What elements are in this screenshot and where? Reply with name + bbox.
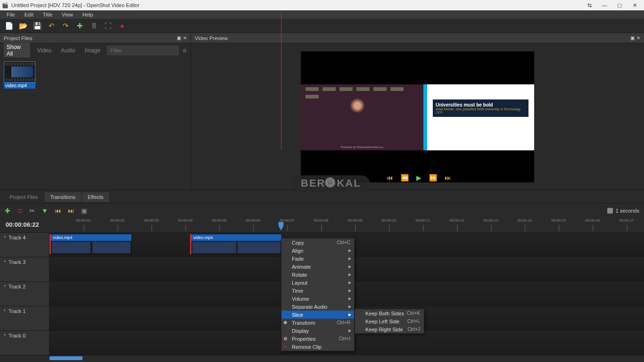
panel-close-icon[interactable]: ✕ (183, 35, 187, 41)
save-project-icon[interactable]: 💾 (33, 22, 41, 30)
expand-icon[interactable]: ▾ (4, 333, 6, 337)
expand-icon[interactable]: ▾ (4, 259, 6, 263)
new-project-icon[interactable]: 📄 (5, 22, 13, 30)
collapse-button[interactable]: ⇆ (582, 0, 597, 10)
ruler-tick: 00:00:08 (314, 218, 328, 222)
track-label: Track 3 (8, 259, 25, 265)
prev-marker-icon[interactable]: ⏮ (55, 207, 61, 214)
track-label: Track 4 (8, 235, 25, 240)
filter-show-all[interactable]: Show All (4, 43, 30, 58)
ctx-slice[interactable]: Slice▶ (281, 311, 354, 319)
tab-effects[interactable]: Effects (82, 192, 109, 202)
filter-image[interactable]: Image (82, 46, 103, 55)
playhead-icon[interactable] (279, 222, 284, 230)
ctx-align[interactable]: Align▶ (281, 247, 354, 255)
forward-icon[interactable]: ⏩ (429, 174, 437, 181)
snap-checkbox[interactable] (607, 208, 613, 214)
close-button[interactable]: ✕ (627, 0, 642, 10)
sub-keep-both[interactable]: Keep Both SidesCtrl+K (355, 309, 424, 317)
next-marker-icon[interactable]: ⏭ (68, 207, 74, 214)
snap-label: 1 seconds (616, 208, 639, 214)
menu-view[interactable]: View (57, 11, 78, 18)
menu-edit[interactable]: Edit (20, 11, 38, 18)
ctx-animate[interactable]: Animate▶ (281, 263, 354, 271)
ruler-tick: 00:00:09 (347, 218, 362, 222)
expand-icon[interactable]: ▾ (4, 284, 6, 288)
preview-panel-title: Video Preview (195, 35, 228, 41)
ctx-fade[interactable]: Fade▶ (281, 255, 354, 263)
timeline-ruler[interactable]: 00:00:06:22 00:00:0100:00:0200:00:0300:0… (0, 217, 644, 232)
undo-icon[interactable]: ↶ (47, 22, 56, 30)
menu-help[interactable]: Help (78, 11, 98, 18)
ruler-tick: 00:00:05 (212, 218, 226, 222)
jump-start-icon[interactable]: ⏮ (387, 174, 393, 181)
ctx-properties[interactable]: ⚙PropertiesCtrl+I (281, 335, 354, 343)
ruler-tick: 00:00:17 (619, 218, 634, 222)
media-item[interactable]: video.mp4 (4, 61, 35, 89)
tab-project-files[interactable]: Project Files (4, 192, 44, 202)
ctx-layout[interactable]: Layout▶ (281, 279, 354, 287)
slice-submenu: Keep Both SidesCtrl+K Keep Left SideCtrl… (355, 309, 424, 334)
ctx-transform[interactable]: ✥TransformCtrl+R (281, 319, 354, 327)
ctx-time[interactable]: Time▶ (281, 287, 354, 295)
ruler-tick: 00:00:11 (415, 218, 430, 222)
tab-transitions[interactable]: Transitions (45, 192, 81, 202)
ruler-tick: 00:00:06 (246, 218, 260, 222)
timeline-scrollbar[interactable] (0, 355, 644, 362)
ruler-tick: 00:00:02 (110, 218, 124, 222)
timeline-clip[interactable]: video.mp4 (50, 234, 132, 255)
sub-keep-left[interactable]: Keep Left SideCtrl+L (355, 317, 424, 325)
undock-icon[interactable]: ▣ (177, 35, 181, 41)
clip-label: video.mp4 (51, 234, 132, 241)
ruler-tick: 00:00:10 (381, 218, 396, 222)
expand-icon[interactable]: ▾ (4, 308, 6, 313)
ruler-tick: 00:00:04 (178, 218, 192, 222)
media-label: video.mp4 (4, 82, 35, 89)
ctx-remove-clip[interactable]: ━Remove Clip (281, 343, 354, 351)
razor-icon[interactable]: ✂ (29, 207, 35, 214)
window-titlebar: 🎬 Untitled Project [HDV 720 24p] - OpenS… (0, 0, 644, 10)
redo-icon[interactable]: ↷ (61, 22, 70, 30)
menu-file[interactable]: File (2, 11, 20, 18)
track-label: Track 0 (8, 333, 25, 338)
minimize-button[interactable]: — (597, 0, 612, 10)
filter-video[interactable]: Video (34, 46, 54, 55)
play-icon[interactable]: ▶ (416, 174, 421, 181)
clear-filter-icon[interactable]: ⊘ (182, 48, 187, 54)
jump-end-icon[interactable]: ⏭ (445, 174, 451, 181)
main-toolbar: 📄 📂 💾 ↶ ↷ ✚ 🎚 ⛶ ● (0, 19, 644, 33)
center-playhead-icon[interactable]: ▣ (81, 207, 87, 214)
profile-icon[interactable]: 🎚 (90, 22, 98, 30)
ctx-separate-audio[interactable]: Separate Audio▶ (281, 303, 354, 311)
maximize-button[interactable]: ▢ (612, 0, 627, 10)
timeline-toolbar: ✚ ⊃ ✂ ▼ ⏮ ⏭ ▣ 1 seconds (0, 203, 644, 217)
import-icon[interactable]: ✚ (75, 22, 84, 30)
sub-keep-right[interactable]: Keep Right SideCtrl+J (355, 325, 424, 333)
ctx-rotate[interactable]: Rotate▶ (281, 271, 354, 279)
panel-close-icon[interactable]: ✕ (636, 35, 640, 41)
menu-title[interactable]: Title (38, 11, 57, 18)
remove-icon: ━ (283, 344, 286, 349)
video-preview[interactable]: Powered by Presentations2Go.eu Universit… (301, 51, 534, 182)
fullscreen-icon[interactable]: ⛶ (104, 22, 112, 30)
snap-icon[interactable]: ⊃ (17, 207, 23, 214)
open-project-icon[interactable]: 📂 (19, 22, 27, 30)
ctx-display[interactable]: Display▶ (281, 327, 354, 335)
scrollbar-thumb[interactable] (50, 356, 83, 360)
slide-org: OER (436, 111, 526, 114)
ctx-copy[interactable]: CopyCtrl+C (281, 239, 354, 247)
export-icon[interactable]: ● (118, 22, 126, 30)
rewind-icon[interactable]: ⏪ (401, 174, 409, 181)
ctx-volume[interactable]: Volume▶ (281, 295, 354, 303)
expand-icon[interactable]: ▾ (4, 235, 6, 239)
timeline-clip[interactable]: video.mp4 (190, 234, 282, 255)
filter-audio[interactable]: Audio (58, 46, 78, 55)
app-icon: 🎬 (2, 2, 8, 8)
add-track-icon[interactable]: ✚ (5, 207, 10, 214)
undock-icon[interactable]: ▣ (630, 35, 635, 41)
ruler-tick: 00:00:01 (76, 218, 91, 222)
playhead-time: 00:00:06:22 (6, 221, 39, 228)
filter-input[interactable] (107, 46, 179, 55)
ruler-tick: 00:00:16 (585, 218, 600, 222)
marker-add-icon[interactable]: ▼ (41, 207, 48, 214)
